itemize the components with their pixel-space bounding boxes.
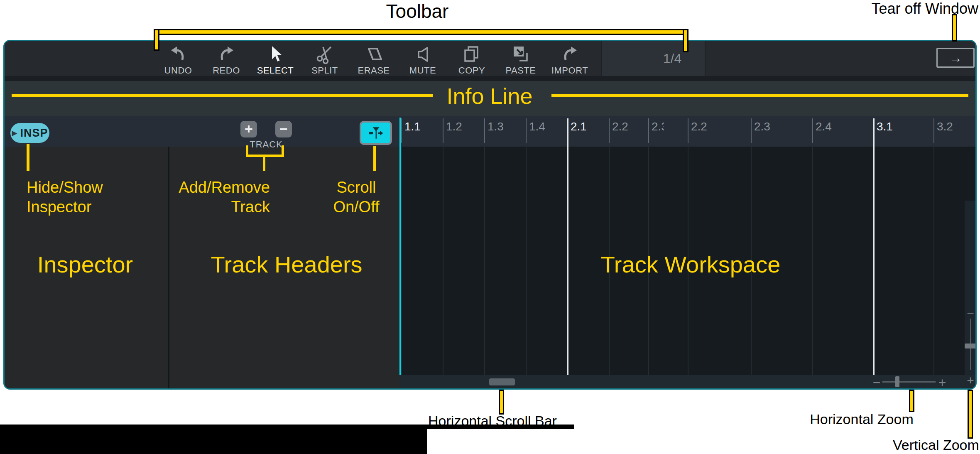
annotation-track-workspace-label: Track Workspace (587, 251, 794, 278)
bar-line (567, 118, 568, 375)
toolbar-button-label: COPY (448, 65, 496, 76)
toolbar-button-mute[interactable]: MUTE (399, 44, 447, 76)
vertical-zoom-thumb[interactable] (965, 344, 976, 348)
toolbar-button-import[interactable]: IMPORT (546, 44, 594, 76)
horizontal-zoom-track[interactable] (882, 381, 936, 383)
annotation-line: On/Off (327, 197, 385, 217)
remove-track-button[interactable]: − (275, 121, 292, 137)
ruler-tick-label: 3.2 (937, 120, 953, 133)
info-line-rule-left (12, 94, 433, 97)
annotation-hide-show-inspector: Hide/Show Inspector (27, 178, 103, 217)
horizontal-zoom-out-button[interactable]: − (870, 375, 883, 390)
toolbar-bracket-left-tick (154, 29, 159, 51)
ruler-tick-label: 2.4 (816, 120, 832, 133)
auto-scroll-icon (368, 125, 384, 140)
annotation-line: Scroll (327, 178, 385, 197)
horizontal-scrollbar-thumb[interactable] (489, 378, 515, 385)
vertical-zoom-in-button[interactable]: + (964, 373, 977, 388)
tear-off-pointer-line (952, 14, 957, 42)
insp-label: INSP (20, 127, 48, 140)
toolbar-button-undo[interactable]: UNDO (154, 44, 202, 76)
inspector-toggle-button[interactable]: ▶ INSP (10, 123, 49, 143)
redaction-block (0, 425, 427, 454)
ruler-tick (484, 118, 485, 143)
ruler-tick (609, 118, 610, 143)
ruler-tick-label: 2.1 (571, 120, 587, 133)
toolbar-button-erase[interactable]: ERASE (350, 44, 398, 76)
toolbar-bracket-right-tick (683, 29, 688, 52)
annotation-scroll-on-off: Scroll On/Off (327, 178, 385, 217)
select-cursor-icon (251, 44, 299, 65)
annotation-line: Inspector (27, 197, 103, 217)
undo-icon (154, 44, 202, 65)
ruler-tick (443, 118, 443, 143)
bar-line (873, 118, 875, 375)
hzoom-pointer-line (909, 390, 914, 412)
import-icon (546, 44, 594, 65)
tear-off-arrow-icon: → (949, 50, 962, 66)
ruler-tick-label: 2.2 (612, 120, 628, 133)
plus-icon: + (245, 121, 253, 137)
horizontal-zoom-thumb[interactable] (895, 376, 899, 387)
ruler-tick (401, 118, 402, 143)
inspector-pointer-line (27, 144, 29, 171)
ruler-tick-label: 1.4 (529, 120, 545, 133)
info-line-rule-right (551, 94, 968, 97)
toolbar-button-label: PASTE (497, 65, 545, 76)
annotation-line: Hide/Show (27, 178, 103, 197)
insp-arrow-icon: ▶ (12, 130, 17, 137)
add-track-button[interactable]: + (240, 121, 257, 137)
toolbar-button-label: MUTE (399, 65, 447, 76)
ruler-tick-label: 2.3 (652, 120, 664, 133)
annotation-track-headers-label: Track Headers (203, 251, 370, 278)
ruler-tick-label: 1.1 (404, 120, 421, 133)
ruler-tick (648, 118, 649, 143)
toolbar-button-paste[interactable]: PASTE (497, 44, 545, 76)
annotation-horizontal-zoom-label: Horizontal Zoom (799, 411, 924, 427)
horizontal-zoom-in-button[interactable]: + (936, 375, 948, 390)
snap-value[interactable]: 1/4 (652, 51, 692, 66)
mute-speaker-icon (399, 44, 447, 65)
toolbar-button-label: SPLIT (301, 65, 349, 76)
hscroll-pointer-line (499, 390, 504, 415)
redaction-strip (427, 425, 574, 429)
toolbar-button-label: IMPORT (546, 65, 594, 76)
ruler-tick-label-clipped: 2.3 (652, 120, 664, 133)
split-scissors-icon (301, 44, 349, 65)
toolbar-button-label: SELECT (251, 65, 299, 76)
scroll-on-off-button[interactable] (360, 121, 392, 145)
ruler-tick (933, 118, 934, 143)
minus-icon: − (279, 121, 288, 137)
annotation-toolbar-label: Toolbar (314, 0, 521, 22)
track-pointer-line (263, 157, 265, 171)
toolbar-button-split[interactable]: SPLIT (301, 44, 349, 76)
annotation-add-remove-track: Add/Remove Track (165, 178, 270, 217)
toolbar-button-label: REDO (202, 65, 250, 76)
annotation-vertical-zoom-label: Vertical Zoom (893, 437, 976, 453)
toolbar-button-label: ERASE (350, 65, 398, 76)
annotation-line: Track (165, 197, 270, 217)
toolbar-divider (5, 76, 975, 81)
annotation-info-line-label: Info Line (441, 83, 538, 109)
grid-line (401, 147, 402, 375)
annotation-tear-off-label: Tear off Window (872, 0, 978, 17)
ruler-tick (526, 118, 527, 143)
tear-off-window-button[interactable]: → (936, 48, 975, 68)
toolbar-bracket-line (154, 29, 688, 35)
toolbar-button-label: UNDO (154, 65, 202, 76)
ruler-tick-label: 1.2 (446, 120, 462, 133)
toolbar-button-copy[interactable]: COPY (448, 44, 496, 76)
toolbar-button-select[interactable]: SELECT (251, 44, 299, 76)
ruler-tick-label: 2.2 (691, 120, 707, 133)
grid-line (812, 147, 813, 375)
grid-line (443, 147, 443, 375)
copy-icon (448, 44, 496, 65)
ruler-tick-label: 2.3 (754, 120, 770, 133)
screenshot-canvas: UNDOREDOSELECTSPLITERASEMUTECOPYPASTEIMP… (0, 0, 980, 454)
paste-icon (497, 44, 545, 65)
vzoom-pointer-line (968, 390, 973, 439)
vertical-zoom-out-button[interactable]: − (964, 306, 977, 320)
toolbar-button-redo[interactable]: REDO (202, 44, 250, 76)
ruler-tick-label: 3.1 (877, 120, 893, 133)
annotation-line: Add/Remove (165, 178, 270, 197)
